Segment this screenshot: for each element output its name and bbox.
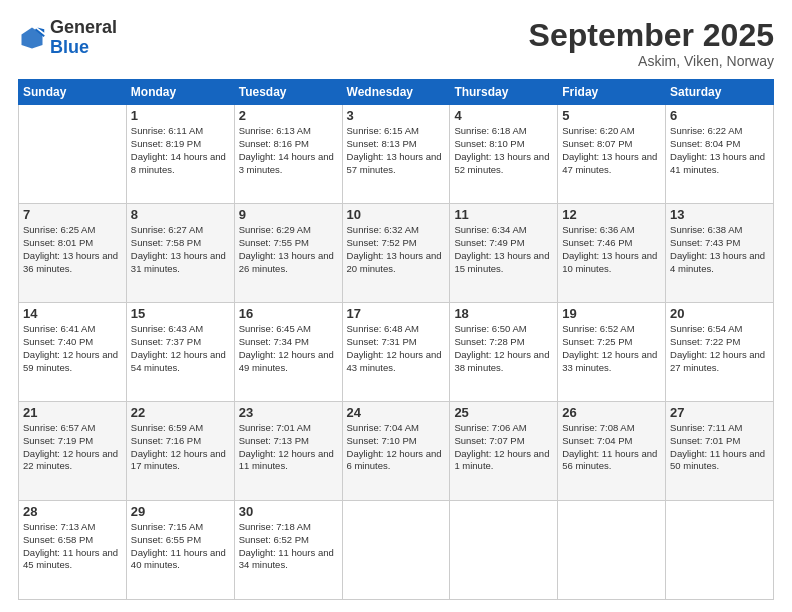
cell-details: Sunrise: 6:48 AMSunset: 7:31 PMDaylight:… <box>347 323 446 374</box>
day-number: 29 <box>131 504 230 519</box>
header: General Blue September 2025 Askim, Viken… <box>18 18 774 69</box>
calendar-cell <box>19 105 127 204</box>
day-number: 10 <box>347 207 446 222</box>
calendar-cell: 19Sunrise: 6:52 AMSunset: 7:25 PMDayligh… <box>558 303 666 402</box>
day-number: 26 <box>562 405 661 420</box>
cell-details: Sunrise: 6:45 AMSunset: 7:34 PMDaylight:… <box>239 323 338 374</box>
day-number: 7 <box>23 207 122 222</box>
cell-details: Sunrise: 6:27 AMSunset: 7:58 PMDaylight:… <box>131 224 230 275</box>
calendar-cell: 17Sunrise: 6:48 AMSunset: 7:31 PMDayligh… <box>342 303 450 402</box>
calendar-week-4: 21Sunrise: 6:57 AMSunset: 7:19 PMDayligh… <box>19 402 774 501</box>
cell-details: Sunrise: 6:18 AMSunset: 8:10 PMDaylight:… <box>454 125 553 176</box>
day-number: 4 <box>454 108 553 123</box>
weekday-header-sunday: Sunday <box>19 80 127 105</box>
cell-details: Sunrise: 6:36 AMSunset: 7:46 PMDaylight:… <box>562 224 661 275</box>
calendar-week-3: 14Sunrise: 6:41 AMSunset: 7:40 PMDayligh… <box>19 303 774 402</box>
day-number: 9 <box>239 207 338 222</box>
cell-details: Sunrise: 6:50 AMSunset: 7:28 PMDaylight:… <box>454 323 553 374</box>
cell-details: Sunrise: 6:22 AMSunset: 8:04 PMDaylight:… <box>670 125 769 176</box>
cell-details: Sunrise: 6:11 AMSunset: 8:19 PMDaylight:… <box>131 125 230 176</box>
cell-details: Sunrise: 7:13 AMSunset: 6:58 PMDaylight:… <box>23 521 122 572</box>
day-number: 3 <box>347 108 446 123</box>
cell-details: Sunrise: 6:32 AMSunset: 7:52 PMDaylight:… <box>347 224 446 275</box>
logo-text: General Blue <box>50 18 117 58</box>
weekday-header-thursday: Thursday <box>450 80 558 105</box>
cell-details: Sunrise: 6:34 AMSunset: 7:49 PMDaylight:… <box>454 224 553 275</box>
calendar-cell: 26Sunrise: 7:08 AMSunset: 7:04 PMDayligh… <box>558 402 666 501</box>
day-number: 1 <box>131 108 230 123</box>
day-number: 19 <box>562 306 661 321</box>
day-number: 27 <box>670 405 769 420</box>
calendar-cell: 12Sunrise: 6:36 AMSunset: 7:46 PMDayligh… <box>558 204 666 303</box>
calendar-cell: 13Sunrise: 6:38 AMSunset: 7:43 PMDayligh… <box>666 204 774 303</box>
cell-details: Sunrise: 6:15 AMSunset: 8:13 PMDaylight:… <box>347 125 446 176</box>
calendar-cell: 7Sunrise: 6:25 AMSunset: 8:01 PMDaylight… <box>19 204 127 303</box>
weekday-header-friday: Friday <box>558 80 666 105</box>
day-number: 6 <box>670 108 769 123</box>
weekday-header-saturday: Saturday <box>666 80 774 105</box>
day-number: 30 <box>239 504 338 519</box>
cell-details: Sunrise: 6:38 AMSunset: 7:43 PMDaylight:… <box>670 224 769 275</box>
day-number: 11 <box>454 207 553 222</box>
calendar-cell: 30Sunrise: 7:18 AMSunset: 6:52 PMDayligh… <box>234 501 342 600</box>
calendar-cell: 18Sunrise: 6:50 AMSunset: 7:28 PMDayligh… <box>450 303 558 402</box>
cell-details: Sunrise: 7:18 AMSunset: 6:52 PMDaylight:… <box>239 521 338 572</box>
calendar-cell: 21Sunrise: 6:57 AMSunset: 7:19 PMDayligh… <box>19 402 127 501</box>
calendar-cell: 11Sunrise: 6:34 AMSunset: 7:49 PMDayligh… <box>450 204 558 303</box>
weekday-header-row: SundayMondayTuesdayWednesdayThursdayFrid… <box>19 80 774 105</box>
cell-details: Sunrise: 7:08 AMSunset: 7:04 PMDaylight:… <box>562 422 661 473</box>
calendar-cell: 3Sunrise: 6:15 AMSunset: 8:13 PMDaylight… <box>342 105 450 204</box>
day-number: 25 <box>454 405 553 420</box>
cell-details: Sunrise: 6:54 AMSunset: 7:22 PMDaylight:… <box>670 323 769 374</box>
calendar-cell <box>666 501 774 600</box>
day-number: 18 <box>454 306 553 321</box>
cell-details: Sunrise: 7:06 AMSunset: 7:07 PMDaylight:… <box>454 422 553 473</box>
calendar-cell: 16Sunrise: 6:45 AMSunset: 7:34 PMDayligh… <box>234 303 342 402</box>
cell-details: Sunrise: 7:01 AMSunset: 7:13 PMDaylight:… <box>239 422 338 473</box>
calendar-cell: 20Sunrise: 6:54 AMSunset: 7:22 PMDayligh… <box>666 303 774 402</box>
calendar-cell: 9Sunrise: 6:29 AMSunset: 7:55 PMDaylight… <box>234 204 342 303</box>
cell-details: Sunrise: 6:25 AMSunset: 8:01 PMDaylight:… <box>23 224 122 275</box>
cell-details: Sunrise: 7:15 AMSunset: 6:55 PMDaylight:… <box>131 521 230 572</box>
weekday-header-monday: Monday <box>126 80 234 105</box>
day-number: 20 <box>670 306 769 321</box>
title-block: September 2025 Askim, Viken, Norway <box>529 18 774 69</box>
day-number: 23 <box>239 405 338 420</box>
calendar-week-1: 1Sunrise: 6:11 AMSunset: 8:19 PMDaylight… <box>19 105 774 204</box>
day-number: 24 <box>347 405 446 420</box>
calendar-cell: 1Sunrise: 6:11 AMSunset: 8:19 PMDaylight… <box>126 105 234 204</box>
location: Askim, Viken, Norway <box>529 53 774 69</box>
calendar-cell: 22Sunrise: 6:59 AMSunset: 7:16 PMDayligh… <box>126 402 234 501</box>
calendar-cell <box>558 501 666 600</box>
day-number: 17 <box>347 306 446 321</box>
cell-details: Sunrise: 6:29 AMSunset: 7:55 PMDaylight:… <box>239 224 338 275</box>
calendar-cell: 24Sunrise: 7:04 AMSunset: 7:10 PMDayligh… <box>342 402 450 501</box>
weekday-header-wednesday: Wednesday <box>342 80 450 105</box>
cell-details: Sunrise: 7:04 AMSunset: 7:10 PMDaylight:… <box>347 422 446 473</box>
day-number: 5 <box>562 108 661 123</box>
page: General Blue September 2025 Askim, Viken… <box>0 0 792 612</box>
cell-details: Sunrise: 6:52 AMSunset: 7:25 PMDaylight:… <box>562 323 661 374</box>
cell-details: Sunrise: 6:41 AMSunset: 7:40 PMDaylight:… <box>23 323 122 374</box>
day-number: 14 <box>23 306 122 321</box>
calendar-week-5: 28Sunrise: 7:13 AMSunset: 6:58 PMDayligh… <box>19 501 774 600</box>
calendar-cell: 15Sunrise: 6:43 AMSunset: 7:37 PMDayligh… <box>126 303 234 402</box>
cell-details: Sunrise: 6:20 AMSunset: 8:07 PMDaylight:… <box>562 125 661 176</box>
logo-blue: Blue <box>50 37 89 57</box>
calendar-table: SundayMondayTuesdayWednesdayThursdayFrid… <box>18 79 774 600</box>
day-number: 15 <box>131 306 230 321</box>
cell-details: Sunrise: 6:13 AMSunset: 8:16 PMDaylight:… <box>239 125 338 176</box>
logo: General Blue <box>18 18 117 58</box>
day-number: 16 <box>239 306 338 321</box>
calendar-cell: 2Sunrise: 6:13 AMSunset: 8:16 PMDaylight… <box>234 105 342 204</box>
calendar-week-2: 7Sunrise: 6:25 AMSunset: 8:01 PMDaylight… <box>19 204 774 303</box>
day-number: 8 <box>131 207 230 222</box>
cell-details: Sunrise: 6:43 AMSunset: 7:37 PMDaylight:… <box>131 323 230 374</box>
calendar-cell: 10Sunrise: 6:32 AMSunset: 7:52 PMDayligh… <box>342 204 450 303</box>
weekday-header-tuesday: Tuesday <box>234 80 342 105</box>
logo-icon <box>18 24 46 52</box>
month-title: September 2025 <box>529 18 774 53</box>
day-number: 22 <box>131 405 230 420</box>
calendar-cell: 27Sunrise: 7:11 AMSunset: 7:01 PMDayligh… <box>666 402 774 501</box>
calendar-cell <box>342 501 450 600</box>
